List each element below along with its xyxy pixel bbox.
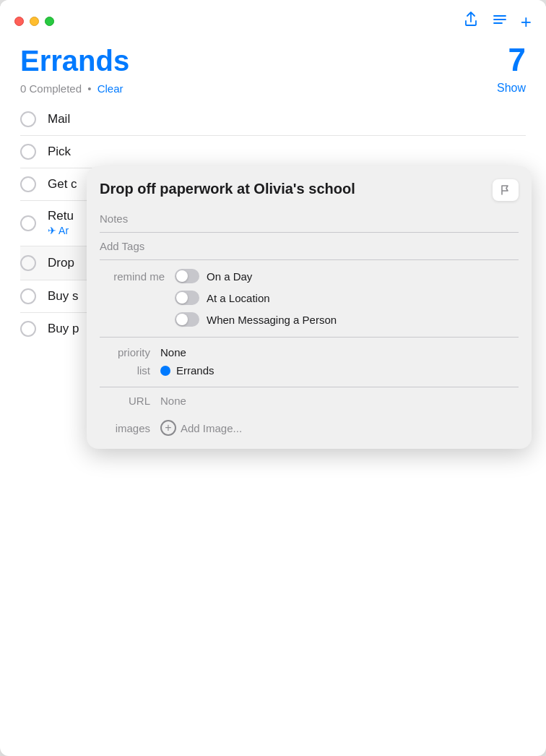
remind-row-day: remind me On a Day [100, 269, 519, 283]
flag-button[interactable] [493, 179, 519, 201]
add-image-icon[interactable]: + [160, 420, 176, 436]
clear-button[interactable]: Clear [98, 82, 124, 95]
on-a-day-toggle[interactable] [175, 269, 199, 283]
task-checkbox[interactable] [20, 176, 36, 192]
remind-label: remind me [100, 270, 165, 283]
titlebar-actions: + [463, 12, 532, 31]
list-row: list Errands [100, 364, 519, 377]
list-icon[interactable] [492, 12, 508, 31]
titlebar: + [0, 0, 546, 37]
url-section: URL None [87, 387, 532, 414]
on-a-day-label: On a Day [207, 270, 252, 283]
task-checkbox[interactable] [20, 288, 36, 304]
task-text: Mail [48, 112, 526, 126]
meta-section: priority None list Errands [87, 338, 532, 387]
share-icon[interactable] [463, 12, 479, 31]
traffic-lights [14, 17, 54, 26]
add-image-label[interactable]: Add Image... [181, 422, 242, 434]
url-value[interactable]: None [160, 395, 186, 407]
task-text: Pick [48, 145, 526, 159]
images-row: images + Add Image... [87, 414, 532, 449]
list-item: Mail [20, 103, 526, 136]
at-a-location-toggle[interactable] [175, 291, 199, 305]
list-item: Pick [20, 136, 526, 168]
list-count: 7 [508, 44, 526, 76]
list-color-dot [160, 366, 170, 376]
task-checkbox[interactable] [20, 111, 36, 127]
show-button[interactable]: Show [497, 82, 526, 95]
app-window: + Errands 7 0 Completed • Clear Show Mai… [0, 0, 546, 756]
remind-row-location: At a Location [100, 291, 519, 305]
popup-notes[interactable]: Notes [87, 208, 532, 232]
completed-text: 0 Completed • Clear [20, 82, 124, 95]
popup-title: Drop off paperwork at Olivia's school [100, 179, 484, 198]
popup-tags[interactable]: Add Tags [87, 233, 532, 259]
list-label: list [100, 364, 150, 377]
priority-value[interactable]: None [160, 346, 186, 358]
popup-header: Drop off paperwork at Olivia's school [87, 166, 532, 208]
priority-row: priority None [100, 346, 519, 358]
url-label: URL [100, 395, 150, 407]
task-checkbox[interactable] [20, 255, 36, 271]
minimize-button[interactable] [30, 17, 39, 26]
when-messaging-toggle[interactable] [175, 312, 199, 327]
detail-popup: Drop off paperwork at Olivia's school No… [87, 166, 532, 449]
task-checkbox[interactable] [20, 321, 36, 337]
at-a-location-label: At a Location [207, 292, 270, 304]
url-row: URL None [100, 395, 519, 407]
list-title: Errands [20, 44, 129, 77]
images-label: images [100, 422, 150, 434]
completed-row: 0 Completed • Clear Show [20, 82, 526, 95]
priority-label: priority [100, 346, 150, 358]
task-checkbox[interactable] [20, 144, 36, 160]
remind-section: remind me On a Day At a Location When Me… [87, 260, 532, 337]
remind-row-messaging: When Messaging a Person [100, 312, 519, 327]
flag-icon [500, 184, 511, 196]
maximize-button[interactable] [45, 17, 54, 26]
task-checkbox[interactable] [20, 215, 36, 231]
header-row: Errands 7 [20, 44, 526, 77]
close-button[interactable] [14, 17, 24, 26]
list-value[interactable]: Errands [176, 364, 214, 377]
when-messaging-label: When Messaging a Person [207, 314, 337, 326]
add-icon[interactable]: + [521, 12, 532, 31]
